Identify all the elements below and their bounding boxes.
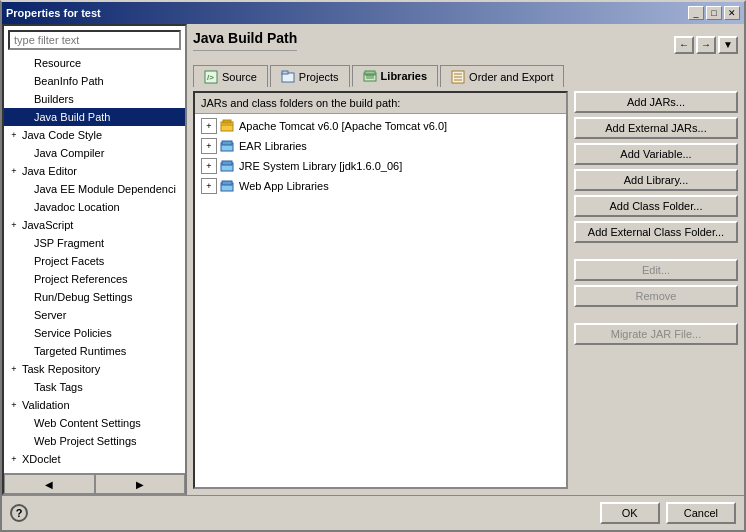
sidebar-item-resource[interactable]: Resource — [4, 54, 185, 72]
svg-rect-21 — [222, 181, 232, 185]
expand-icon[interactable]: + — [8, 219, 20, 231]
tree-expand-icon[interactable]: + — [201, 118, 217, 134]
sidebar-item-project-references[interactable]: Project References — [4, 270, 185, 288]
sidebar-item-web-content-settings[interactable]: Web Content Settings — [4, 414, 185, 432]
svg-text:/>: /> — [207, 73, 214, 82]
sidebar-item-task-repository[interactable]: +Task Repository — [4, 360, 185, 378]
sidebar-item-label: Targeted Runtimes — [34, 343, 126, 359]
tree-item[interactable]: +JRE System Library [jdk1.6.0_06] — [197, 156, 564, 176]
sidebar-item-label: BeanInfo Path — [34, 73, 104, 89]
sidebar-item-java-compiler[interactable]: Java Compiler — [4, 144, 185, 162]
sidebar-item-validation[interactable]: +Validation — [4, 396, 185, 414]
projects-icon — [281, 70, 295, 84]
sidebar-item-java-ee-module-dependenci[interactable]: Java EE Module Dependenci — [4, 180, 185, 198]
close-button[interactable]: ✕ — [724, 6, 740, 20]
sidebar-item-label: Java Build Path — [34, 109, 110, 125]
tree-expand-icon[interactable]: + — [201, 158, 217, 174]
tab-order-export[interactable]: Order and Export — [440, 65, 564, 87]
lib-icon — [219, 138, 235, 154]
forward-arrow[interactable]: → — [696, 36, 716, 54]
sidebar-item-project-facets[interactable]: Project Facets — [4, 252, 185, 270]
jar-icon — [219, 118, 235, 134]
dropdown-arrow[interactable]: ▼ — [718, 36, 738, 54]
panel-header-row: Java Build Path ← → ▼ — [193, 30, 738, 59]
svg-rect-3 — [282, 71, 288, 74]
panel-description: JARs and class folders on the build path… — [195, 93, 566, 114]
sidebar-item-label: XDoclet — [22, 451, 61, 467]
lib-icon — [219, 178, 235, 194]
sidebar-item-java-build-path[interactable]: Java Build Path — [4, 108, 185, 126]
sidebar-item-builders[interactable]: Builders — [4, 90, 185, 108]
sidebar-item-targeted-runtimes[interactable]: Targeted Runtimes — [4, 342, 185, 360]
ok-button[interactable]: OK — [600, 502, 660, 524]
sidebar-item-label: Server — [34, 307, 66, 323]
minimize-button[interactable]: _ — [688, 6, 704, 20]
sidebar-item-java-code-style[interactable]: +Java Code Style — [4, 126, 185, 144]
sidebar-item-label: Validation — [22, 397, 70, 413]
expand-icon[interactable]: + — [8, 165, 20, 177]
tab-libraries-label: Libraries — [381, 70, 427, 82]
sidebar-item-java-editor[interactable]: +Java Editor — [4, 162, 185, 180]
add-class-folder-button[interactable]: Add Class Folder... — [574, 195, 738, 217]
tab-projects[interactable]: Projects — [270, 65, 350, 87]
tree-item-label: Apache Tomcat v6.0 [Apache Tomcat v6.0] — [239, 117, 447, 135]
sidebar-back-button[interactable]: ◀ — [4, 474, 95, 493]
source-icon: /> — [204, 70, 218, 84]
tree-item-label: Web App Libraries — [239, 177, 329, 195]
tree-expand-icon[interactable]: + — [201, 138, 217, 154]
add-variable-button[interactable]: Add Variable... — [574, 143, 738, 165]
sidebar-item-jsp-fragment[interactable]: JSP Fragment — [4, 234, 185, 252]
add-library-button[interactable]: Add Library... — [574, 169, 738, 191]
sidebar-item-label: Web Project Settings — [34, 433, 137, 449]
edit-button[interactable]: Edit... — [574, 259, 738, 281]
maximize-button[interactable]: □ — [706, 6, 722, 20]
expand-icon[interactable]: + — [8, 129, 20, 141]
content-area: ResourceBeanInfo PathBuildersJava Build … — [2, 24, 744, 495]
add-external-class-folder-button[interactable]: Add External Class Folder... — [574, 221, 738, 243]
sidebar-item-run/debug-settings[interactable]: Run/Debug Settings — [4, 288, 185, 306]
expand-icon[interactable]: + — [8, 453, 20, 465]
svg-rect-17 — [222, 141, 232, 145]
tab-libraries[interactable]: Libraries — [352, 65, 438, 87]
sidebar: ResourceBeanInfo PathBuildersJava Build … — [2, 24, 187, 495]
tree-item[interactable]: +EAR Libraries — [197, 136, 564, 156]
tree-item-label: EAR Libraries — [239, 137, 307, 155]
filter-input[interactable] — [8, 30, 181, 50]
migrate-jar-button[interactable]: Migrate JAR File... — [574, 323, 738, 345]
panel-body: JARs and class folders on the build path… — [193, 91, 568, 489]
tree-item[interactable]: +Web App Libraries — [197, 176, 564, 196]
sidebar-item-javascript[interactable]: +JavaScript — [4, 216, 185, 234]
sidebar-item-web-project-settings[interactable]: Web Project Settings — [4, 432, 185, 450]
back-arrow[interactable]: ← — [674, 36, 694, 54]
help-button[interactable]: ? — [10, 504, 28, 522]
sidebar-forward-button[interactable]: ▶ — [95, 474, 186, 493]
sidebar-item-beaninfo-path[interactable]: BeanInfo Path — [4, 72, 185, 90]
tree-expand-icon[interactable]: + — [201, 178, 217, 194]
libraries-icon — [363, 69, 377, 83]
add-external-jars-button[interactable]: Add External JARs... — [574, 117, 738, 139]
expand-icon[interactable]: + — [8, 363, 20, 375]
sidebar-item-label: Javadoc Location — [34, 199, 120, 215]
expand-icon[interactable]: + — [8, 399, 20, 411]
tree-area: +Apache Tomcat v6.0 [Apache Tomcat v6.0]… — [195, 114, 566, 487]
sidebar-item-service-policies[interactable]: Service Policies — [4, 324, 185, 342]
remove-button[interactable]: Remove — [574, 285, 738, 307]
sidebar-item-xdoclet[interactable]: +XDoclet — [4, 450, 185, 468]
tabs-bar: /> Source Projects — [193, 65, 738, 87]
cancel-button[interactable]: Cancel — [666, 502, 736, 524]
add-jars-button[interactable]: Add JARs... — [574, 91, 738, 113]
main-content: JARs and class folders on the build path… — [193, 91, 738, 489]
tab-source-label: Source — [222, 71, 257, 83]
tree-item[interactable]: +Apache Tomcat v6.0 [Apache Tomcat v6.0] — [197, 116, 564, 136]
sidebar-item-label: Service Policies — [34, 325, 112, 341]
sidebar-item-label: Project Facets — [34, 253, 104, 269]
title-bar: Properties for test _ □ ✕ — [2, 2, 744, 24]
sidebar-item-label: Java Editor — [22, 163, 77, 179]
sidebar-item-label: Java Code Style — [22, 127, 102, 143]
sidebar-item-server[interactable]: Server — [4, 306, 185, 324]
sidebar-item-javadoc-location[interactable]: Javadoc Location — [4, 198, 185, 216]
sidebar-item-label: Builders — [34, 91, 74, 107]
panel-title: Java Build Path — [193, 30, 297, 51]
sidebar-item-task-tags[interactable]: Task Tags — [4, 378, 185, 396]
tab-source[interactable]: /> Source — [193, 65, 268, 87]
